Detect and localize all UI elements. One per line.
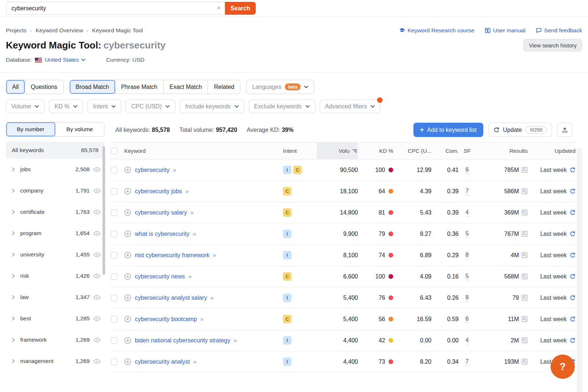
eye-icon[interactable] [93,252,101,258]
sidebar-group-item[interactable]: management 1,269 [6,350,104,372]
refresh-icon[interactable] [570,316,576,322]
tab[interactable]: Broad Match [70,80,115,94]
sf-value[interactable]: 4 [466,337,469,344]
row-checkbox[interactable] [111,295,118,301]
row-checkbox[interactable] [111,316,118,323]
keyword-research-course-link[interactable]: Keyword Research course [399,27,474,34]
sidebar-group-item[interactable]: certificate 1,763 [6,201,104,223]
sidebar-all-keywords[interactable]: All keywords 85,578 [6,142,104,159]
add-keyword-icon[interactable] [124,294,131,301]
tab[interactable]: Related [208,80,240,94]
row-checkbox[interactable] [111,209,118,216]
refresh-icon[interactable] [570,274,576,280]
sf-value[interactable]: 6 [466,316,469,323]
keyword-link[interactable]: cybersecurity salary [135,209,187,216]
sidebar-group-item[interactable]: company 1,791 [6,180,104,201]
eye-icon[interactable] [93,231,101,236]
keyword-link[interactable]: cybersecurity analyst salary [135,295,207,301]
add-keyword-icon[interactable] [124,273,131,280]
sf-value[interactable]: 8 [466,252,469,259]
refresh-icon[interactable] [570,167,576,173]
tab[interactable]: Phrase Match [115,80,164,94]
help-button[interactable]: ? [551,355,575,379]
eye-icon[interactable] [93,273,101,279]
refresh-icon[interactable] [570,338,576,344]
eye-icon[interactable] [93,337,101,343]
sf-value[interactable]: 4 [466,209,469,216]
sidebar-toggle-option[interactable]: By volume [55,122,104,136]
column-header-cpc[interactable]: CPC (U... [393,143,431,159]
column-header-keyword[interactable]: Keyword [124,143,283,159]
keyword-detail-arrow-icon[interactable]: » [190,209,193,216]
keyword-detail-arrow-icon[interactable]: » [193,358,196,365]
keyword-link[interactable]: cybersecurity bootcamp [135,316,197,322]
sidebar-group-item[interactable]: program 1,654 [6,223,104,244]
serp-icon[interactable] [521,188,528,194]
serp-icon[interactable] [521,337,528,344]
keyword-link[interactable]: cybersecurity analyst [135,359,190,365]
refresh-icon[interactable] [570,188,576,194]
sf-value[interactable]: 5 [466,273,469,280]
add-keyword-icon[interactable] [124,188,131,195]
row-checkbox[interactable] [111,167,118,173]
refresh-icon[interactable] [570,295,576,301]
refresh-icon[interactable] [570,231,576,237]
refresh-icon[interactable] [570,252,576,258]
breadcrumb-item[interactable]: Projects [6,27,26,34]
sidebar-toggle-option[interactable]: By number [6,122,55,136]
add-keyword-icon[interactable] [124,209,131,216]
add-keyword-icon[interactable] [124,358,131,365]
export-button[interactable] [557,123,573,137]
add-keyword-icon[interactable] [124,337,131,344]
tab[interactable]: All [6,80,25,94]
column-header-kd[interactable]: KD % [358,143,393,159]
send-feedback-link[interactable]: Send feedback [536,27,582,34]
sidebar-scrollbar[interactable] [103,146,105,275]
keyword-link[interactable]: cybersecurity news [135,273,185,280]
eye-icon[interactable] [93,316,101,321]
sidebar-group-item[interactable]: risk 1,426 [6,265,104,287]
row-checkbox[interactable] [111,273,118,280]
column-header-volume[interactable]: Volu [317,143,358,159]
column-header-results[interactable]: Results [476,143,528,159]
sidebar-group-item[interactable]: law 1,347 [6,287,104,308]
sidebar-group-item[interactable]: framework 1,269 [6,329,104,350]
filter-button[interactable]: CPC (USD) [126,100,175,113]
column-header-sf[interactable]: SF [459,143,476,159]
row-checkbox[interactable] [111,188,118,195]
eye-icon[interactable] [93,359,101,364]
sf-value[interactable]: 7 [466,358,469,366]
view-search-history-button[interactable]: View search history [523,39,582,51]
serp-icon[interactable] [521,295,528,301]
search-button[interactable]: Search [225,2,256,15]
sidebar-group-item[interactable]: best 1,285 [6,308,104,329]
add-keyword-icon[interactable] [124,230,131,237]
update-button[interactable]: Update 0/250 [488,123,552,137]
keyword-detail-arrow-icon[interactable]: » [193,230,196,237]
filter-button[interactable]: Volume [6,100,44,113]
keyword-link[interactable]: what is cybersecurity [135,231,190,237]
table-scrollbar-track[interactable] [577,148,582,392]
serp-icon[interactable] [521,316,528,322]
languages-dropdown[interactable]: Languages beta [246,80,314,94]
select-all-checkbox[interactable] [111,148,118,154]
column-header-com[interactable]: Com. [431,143,459,159]
keyword-detail-arrow-icon[interactable]: » [234,337,236,344]
eye-icon[interactable] [93,209,101,215]
user-manual-link[interactable]: User manual [485,27,526,34]
serp-icon[interactable] [521,273,528,280]
serp-icon[interactable] [521,252,528,258]
add-keyword-icon[interactable] [124,252,131,259]
row-checkbox[interactable] [111,359,118,365]
refresh-icon[interactable] [570,210,576,216]
sf-value[interactable]: 8 [466,294,469,302]
keyword-detail-arrow-icon[interactable]: » [211,294,213,301]
keyword-link[interactable]: cybersecurity [135,167,169,173]
filter-button[interactable]: KD % [49,100,83,113]
sf-value[interactable]: 6 [466,166,469,174]
clear-search-icon[interactable]: × [217,4,220,12]
tab[interactable]: Questions [25,80,63,94]
breadcrumb-item[interactable]: Keyword Overview [36,27,83,34]
row-checkbox[interactable] [111,231,118,237]
keyword-link[interactable]: nist cybersecurity framework [135,252,209,258]
